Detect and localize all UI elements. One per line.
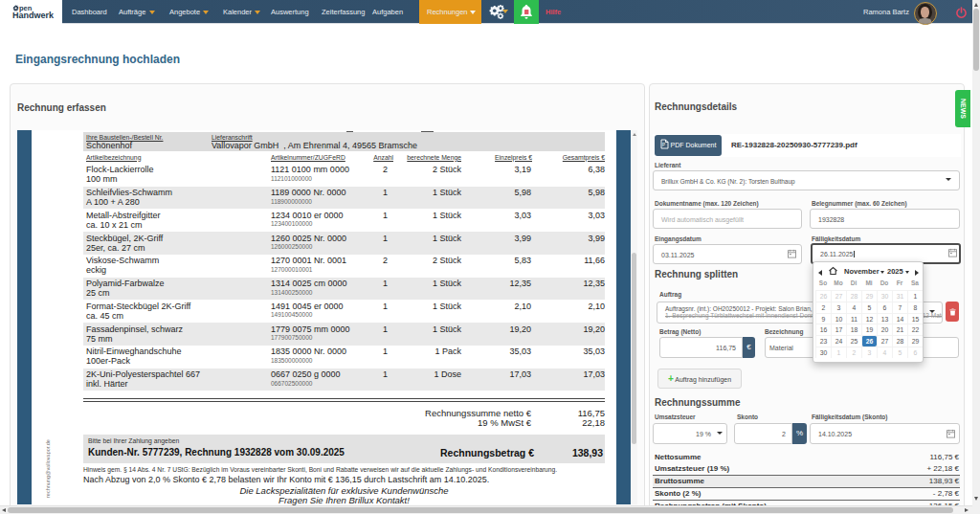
svg-text:P: P (662, 143, 665, 147)
